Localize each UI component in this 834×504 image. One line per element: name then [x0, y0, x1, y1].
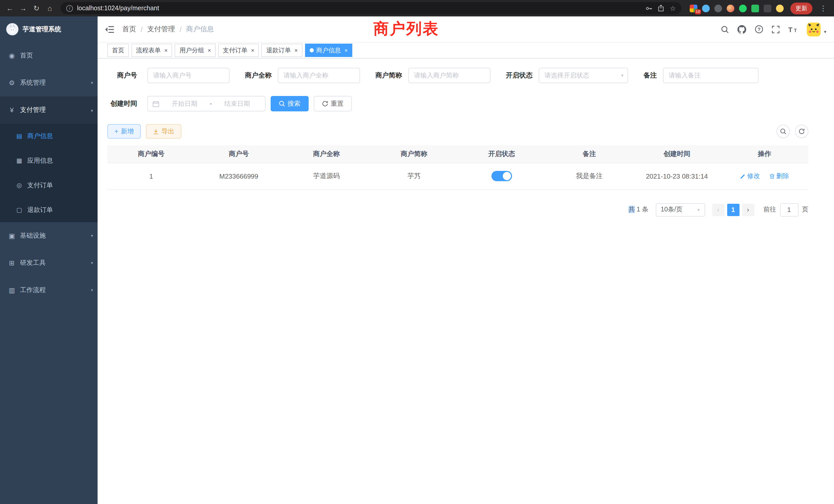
font-size-icon[interactable]: TT — [789, 25, 798, 33]
extension-icon[interactable] — [702, 4, 710, 12]
breadcrumb-payment[interactable]: 支付管理 — [147, 25, 175, 34]
extension-icon[interactable]: 10 — [690, 4, 697, 12]
close-icon[interactable]: × — [164, 47, 168, 53]
sidebar-item-label: 支付管理 — [20, 106, 46, 114]
sidebar-item-workflow[interactable]: ▥ 工作流程 ▾ — [0, 277, 97, 304]
browser-home-button[interactable]: ⌂ — [44, 3, 56, 14]
chevron-down-icon: ▾ — [91, 81, 93, 85]
browser-reload-button[interactable]: ↻ — [31, 3, 42, 14]
toggle-search-icon[interactable] — [776, 125, 790, 138]
export-button[interactable]: 导出 — [146, 124, 181, 139]
browser-update-button[interactable]: 更新 — [790, 2, 812, 14]
sidebar-item-label: 首页 — [20, 51, 33, 60]
close-icon[interactable]: × — [345, 47, 348, 53]
tab-home[interactable]: 首页 — [107, 44, 129, 57]
gear-icon: ⚙ — [8, 79, 16, 87]
password-key-icon[interactable] — [646, 5, 653, 12]
search-button[interactable]: 搜索 — [271, 96, 309, 111]
browser-menu-icon[interactable]: ⋮ — [820, 4, 827, 12]
browser-back-button[interactable]: ← — [4, 3, 16, 14]
create-time-range-picker[interactable]: 开始日期 - 结束日期 — [147, 96, 265, 111]
app-logo[interactable]: 芋道管理系统 — [0, 17, 97, 42]
page-number-1[interactable]: 1 — [727, 204, 739, 216]
extension-icon[interactable] — [714, 4, 722, 12]
short-name-input[interactable] — [408, 68, 490, 83]
extension-icon[interactable] — [739, 4, 747, 12]
extension-icon[interactable] — [727, 4, 734, 12]
total-suffix: 条 — [642, 206, 649, 213]
monitor-icon: ▣ — [8, 232, 16, 240]
chevron-down-icon: ▾ — [91, 233, 93, 238]
avatar-dropdown-caret-icon[interactable]: ▾ — [824, 29, 826, 34]
browser-forward-button[interactable]: → — [18, 3, 29, 14]
sidebar-fold-icon[interactable] — [105, 25, 114, 33]
yen-icon: ¥ — [8, 106, 16, 114]
breadcrumb-separator: / — [141, 25, 143, 33]
cell-merchant-id: 1 — [107, 163, 195, 189]
help-icon[interactable]: ? — [755, 25, 763, 33]
cell-remark: 我是备注 — [545, 163, 633, 189]
reset-button[interactable]: 重置 — [314, 96, 352, 111]
tab-user-group[interactable]: 用户分组 × — [175, 44, 216, 57]
date-start-placeholder: 开始日期 — [161, 99, 208, 108]
total-count: 1 — [637, 206, 640, 213]
tab-process-form[interactable]: 流程表单 × — [131, 44, 172, 57]
sidebar-menu: ◉ 首页 ⚙ 系统管理 ▾ ¥ 支付管理 ▴ ▤ 商户信息 — [0, 42, 97, 304]
sidebar-item-devtools[interactable]: ⊞ 研发工具 ▾ — [0, 249, 97, 277]
sidebar-item-refund-order[interactable]: ▢ 退款订单 — [0, 198, 97, 222]
reset-button-label: 重置 — [331, 99, 344, 108]
extension-puzzle-icon[interactable] — [764, 4, 771, 12]
main-content: 首页 / 支付管理 / 商户信息 ? — [97, 17, 834, 504]
col-remark: 备注 — [545, 145, 633, 163]
col-actions: 操作 — [721, 145, 808, 163]
site-info-icon[interactable]: i — [66, 5, 73, 12]
total-prefix: 共 — [628, 206, 635, 213]
prev-page-button[interactable]: ‹ — [712, 204, 724, 216]
add-button[interactable]: + 新增 — [107, 124, 141, 139]
sidebar-item-merchant-info[interactable]: ▤ 商户信息 — [0, 124, 97, 148]
user-avatar[interactable] — [807, 22, 821, 36]
sidebar-item-system[interactable]: ⚙ 系统管理 ▾ — [0, 69, 97, 96]
sidebar-item-pay-order[interactable]: ◎ 支付订单 — [0, 173, 97, 198]
sidebar-item-payment[interactable]: ¥ 支付管理 ▴ — [0, 96, 97, 124]
sidebar-item-app-info[interactable]: ▦ 应用信息 — [0, 148, 97, 173]
goto-page-input[interactable] — [780, 203, 798, 216]
github-icon[interactable] — [738, 25, 746, 33]
url-text[interactable]: localhost:1024/pay/merchant — [77, 5, 642, 12]
breadcrumb-home[interactable]: 首页 — [122, 25, 136, 34]
merchant-no-input[interactable] — [147, 68, 229, 83]
extension-icon[interactable] — [751, 4, 759, 12]
next-page-button[interactable]: › — [742, 204, 754, 216]
select-caret-icon: ▾ — [697, 207, 700, 212]
status-toggle[interactable] — [491, 171, 512, 181]
address-bar[interactable]: i localhost:1024/pay/merchant ☆ — [61, 2, 681, 14]
payment-submenu: ▤ 商户信息 ▦ 应用信息 ◎ 支付订单 ▢ 退款订单 — [0, 124, 97, 222]
search-icon[interactable] — [721, 25, 729, 33]
grid-icon: ▦ — [16, 157, 23, 164]
extensions-bar: 10 更新 ⋮ — [687, 2, 830, 14]
status-select[interactable] — [539, 68, 628, 83]
tab-merchant-info[interactable]: 商户信息 × — [305, 44, 353, 57]
tab-refund-order[interactable]: 退款订单 × — [262, 44, 303, 57]
briefcase-icon: ▥ — [8, 287, 16, 294]
tab-pay-order[interactable]: 支付订单 × — [218, 44, 259, 57]
close-icon[interactable]: × — [251, 47, 255, 53]
share-icon[interactable] — [658, 5, 664, 12]
delete-button[interactable]: 删除 — [769, 172, 789, 180]
refresh-table-icon[interactable] — [795, 125, 808, 138]
page-size-select[interactable]: 10条/页 ▾ — [656, 203, 705, 216]
tabs-bar: 首页 流程表单 × 用户分组 × 支付订单 × 退款订单 × — [97, 42, 834, 59]
fullscreen-icon[interactable] — [772, 25, 780, 33]
profile-avatar-icon[interactable] — [776, 4, 784, 12]
pagination: 共 1 条 10条/页 ▾ ‹ 1 › 前往 页 — [107, 203, 808, 216]
edit-button[interactable]: 修改 — [740, 172, 760, 180]
navbar-actions: ? TT ▾ — [721, 22, 826, 36]
close-icon[interactable]: × — [208, 47, 211, 53]
sidebar-item-infrastructure[interactable]: ▣ 基础设施 ▾ — [0, 222, 97, 249]
app-title: 芋道管理系统 — [23, 25, 61, 33]
bookmark-star-icon[interactable]: ☆ — [670, 4, 676, 12]
close-icon[interactable]: × — [294, 47, 298, 53]
sidebar-item-home[interactable]: ◉ 首页 — [0, 42, 97, 69]
full-name-input[interactable] — [278, 68, 360, 83]
remark-input[interactable] — [663, 68, 759, 83]
